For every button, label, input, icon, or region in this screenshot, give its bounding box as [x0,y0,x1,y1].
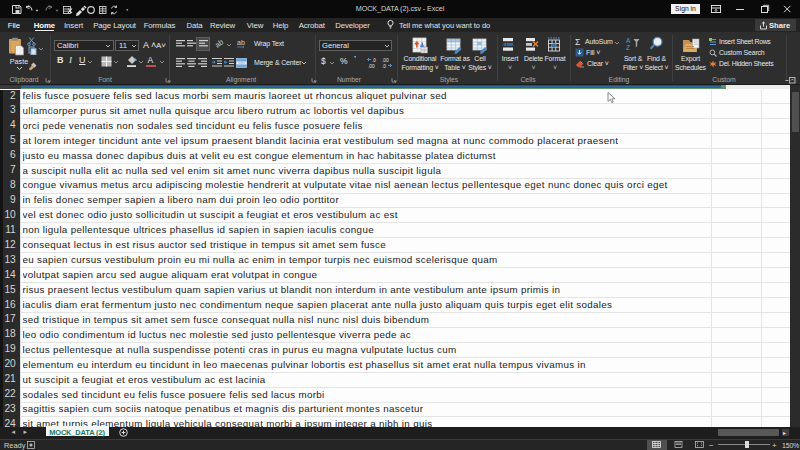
svg-text:A: A [626,37,631,44]
svg-text:.00: .00 [382,58,389,63]
svg-text:.00: .00 [368,64,375,69]
svg-text:.0: .0 [372,58,376,63]
svg-text:Z: Z [626,44,630,51]
svg-text:.0: .0 [382,64,386,69]
